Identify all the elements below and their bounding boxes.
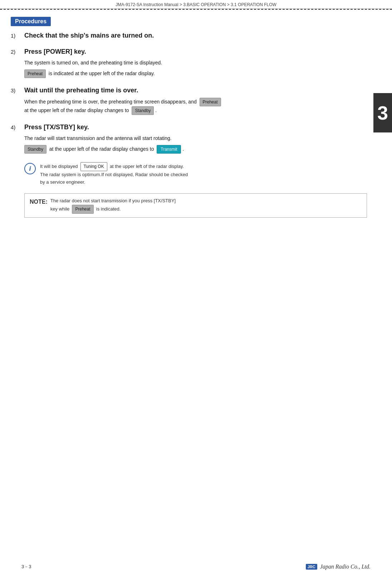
step-3-text3: .: [155, 107, 157, 113]
main-content: Procedures 1) Check that the ship's main…: [0, 10, 392, 232]
info-line1-prefix: It will be displayed: [40, 164, 78, 169]
company-name: Japan Radio Co., Ltd.: [320, 564, 371, 570]
info-line3: by a service engineer.: [40, 179, 85, 185]
footer-page: 3－3: [21, 564, 31, 570]
preheat-badge-2: Preheat: [200, 98, 221, 106]
step-4-inline: Standby at the upper left of the radar d…: [24, 145, 367, 154]
step-4-header: 4) Press [TX/STBY] key.: [11, 124, 367, 131]
transmit-badge: Transmit: [157, 145, 181, 154]
note-box: NOTE: The radar does not start transmiss…: [24, 193, 367, 218]
breadcrumb: JMA-9172-SA Instruction Manual > 3.BASIC…: [0, 0, 392, 9]
preheat-badge-1: Preheat: [24, 69, 46, 78]
step-4-text3: .: [182, 146, 184, 152]
step-3-body: When the preheating time is over, the pr…: [11, 98, 367, 115]
step-3-text2: at the upper left of the radar display c…: [24, 107, 129, 113]
info-text: It will be displayed Tuning OK at the up…: [40, 162, 188, 186]
step-2-para: The system is turned on, and the preheat…: [24, 59, 367, 67]
preheat-badge-note: Preheat: [72, 205, 93, 214]
step-4-body: The radar will start transmission and th…: [11, 135, 367, 154]
step-2-title: Press [POWER] key.: [24, 48, 86, 55]
step-1: 1) Check that the ship's mains are turne…: [11, 32, 367, 39]
step-3-title: Wait until the preheating time is over.: [24, 87, 138, 94]
standby-badge-1: Standby: [132, 106, 154, 115]
step-1-title: Check that the ship's mains are turned o…: [24, 32, 154, 39]
note-line2-prefix: key while: [50, 206, 69, 212]
footer: 3－3 JRC Japan Radio Co., Ltd.: [0, 564, 392, 570]
step-4-text2: at the upper left of the radar display c…: [49, 146, 154, 152]
step-2-body: The system is turned on, and the preheat…: [11, 59, 367, 78]
jrc-badge: JRC: [306, 564, 317, 570]
step-2-header: 2) Press [POWER] key.: [11, 48, 367, 55]
step-3-number: 3): [11, 87, 21, 93]
note-line1: The radar does not start transmission if…: [50, 198, 176, 203]
step-2: 2) Press [POWER] key. The system is turn…: [11, 48, 367, 78]
tuning-ok-badge: Tuning OK: [80, 162, 107, 171]
step-2-inline-text: is indicated at the upper left of the ra…: [49, 71, 155, 76]
info-line1-suffix: at the upper left of the radar display.: [110, 164, 184, 169]
step-2-inline: Preheat is indicated at the upper left o…: [24, 69, 367, 78]
step-3-header: 3) Wait until the preheating time is ove…: [11, 87, 367, 94]
step-3-text1: When the preheating time is over, the pr…: [24, 99, 197, 105]
note-label: NOTE:: [30, 197, 48, 207]
step-4-number: 4): [11, 124, 21, 130]
procedures-badge: Procedures: [11, 17, 51, 26]
info-line2: The radar system is optimum.If not displ…: [40, 172, 188, 177]
step-3-inline: When the preheating time is over, the pr…: [24, 98, 367, 115]
step-3: 3) Wait until the preheating time is ove…: [11, 87, 367, 115]
step-2-number: 2): [11, 49, 21, 55]
step-4-para: The radar will start transmission and th…: [24, 135, 367, 142]
info-box: i It will be displayed Tuning OK at the …: [24, 162, 367, 186]
info-icon: i: [24, 163, 36, 174]
footer-logo: JRC Japan Radio Co., Ltd.: [306, 564, 371, 570]
chapter-tab: 3: [373, 93, 392, 132]
note-line2-suffix: is indicated.: [96, 206, 121, 212]
step-4: 4) Press [TX/STBY] key. The radar will s…: [11, 124, 367, 154]
standby-badge-2: Standby: [24, 145, 46, 154]
step-1-number: 1): [11, 33, 21, 39]
step-4-title: Press [TX/STBY] key.: [24, 124, 89, 131]
step-1-header: 1) Check that the ship's mains are turne…: [11, 32, 367, 39]
